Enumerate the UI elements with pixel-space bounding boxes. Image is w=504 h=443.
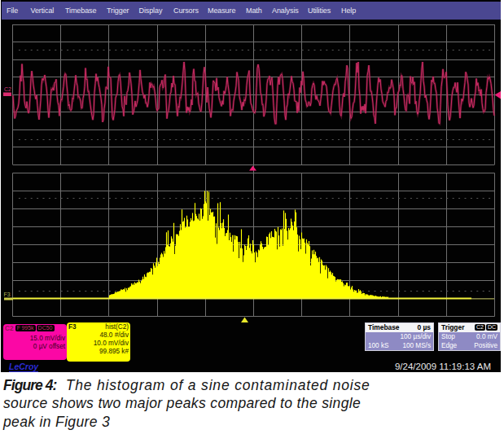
svg-text:C2: C2 bbox=[4, 86, 11, 92]
svg-text:F3: F3 bbox=[4, 292, 11, 297]
